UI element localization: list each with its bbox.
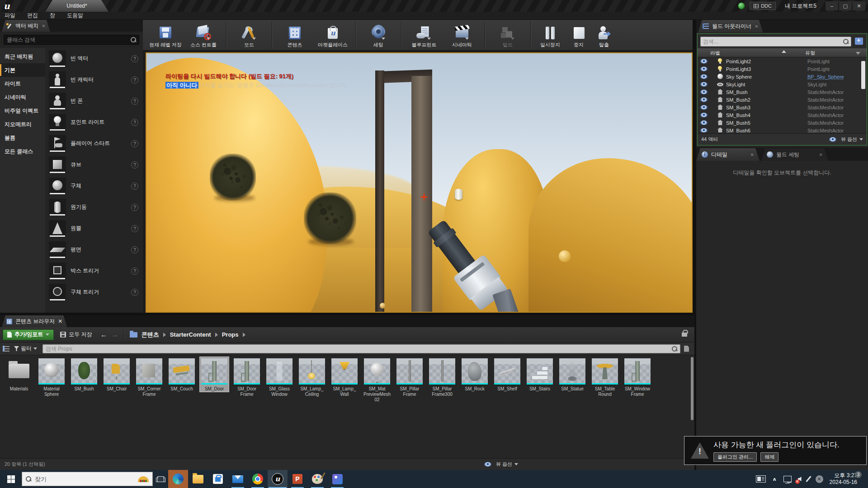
tab-details[interactable]: i 디테일 ✕ bbox=[696, 148, 760, 161]
taskbar-mail[interactable] bbox=[228, 470, 248, 488]
sources-panel-icon[interactable] bbox=[3, 346, 9, 352]
outliner-row[interactable]: SM_Bush3StaticMeshActor bbox=[698, 103, 867, 111]
actor-cube[interactable]: 큐브 ? bbox=[45, 154, 143, 175]
column-type[interactable]: 유형 bbox=[805, 48, 867, 57]
marketplace-button[interactable]: 마켓플레이스 bbox=[314, 20, 352, 50]
outliner-search-input[interactable] bbox=[703, 38, 843, 45]
eject-button[interactable]: 탈출 bbox=[591, 20, 617, 50]
visibility-eye-icon[interactable] bbox=[700, 113, 708, 117]
task-view-button[interactable] bbox=[153, 470, 168, 488]
level-viewport[interactable]: 라이팅을 다시 빌드해야 합니다 (빌드 필요: 91개) 아직 아니다시지를 … bbox=[146, 52, 693, 313]
visibility-eye-icon[interactable] bbox=[700, 128, 708, 132]
build-button[interactable]: 빌드 bbox=[489, 20, 527, 50]
close-tab-icon[interactable]: ✕ bbox=[58, 318, 62, 324]
visibility-eye-icon[interactable] bbox=[700, 120, 708, 125]
asset-tile[interactable]: SM_Pillar Frame300 bbox=[428, 357, 457, 397]
help-icon[interactable]: ? bbox=[131, 98, 138, 105]
actor-cylinder[interactable]: 원기둥 ? bbox=[45, 197, 143, 218]
asset-tile[interactable]: SM_Bush bbox=[70, 357, 99, 392]
blueprint-link[interactable]: BP_Sky_Sphere bbox=[807, 74, 844, 80]
asset-tile[interactable]: SM_Pillar Frame bbox=[395, 357, 424, 397]
asset-search-input[interactable] bbox=[46, 346, 672, 352]
visibility-eye-icon[interactable] bbox=[700, 89, 708, 94]
level-tab[interactable]: Untitled* bbox=[45, 0, 108, 12]
source-control-button[interactable]: 소스 컨트롤 bbox=[184, 20, 222, 50]
asset-tile[interactable]: SM_Statue bbox=[558, 357, 587, 392]
breadcrumb-props[interactable]: Props bbox=[222, 331, 239, 338]
taskbar-photos[interactable] bbox=[327, 470, 347, 488]
outliner-row[interactable]: SM_BushStaticMeshActor bbox=[698, 88, 867, 96]
category-basic[interactable]: 기본 bbox=[0, 63, 45, 77]
close-tab-icon[interactable]: ✕ bbox=[750, 152, 754, 157]
outliner-scrollbar[interactable] bbox=[861, 61, 865, 89]
dismiss-button[interactable]: 해제 bbox=[760, 452, 778, 462]
asset-tile[interactable]: SM_Couch bbox=[167, 357, 196, 392]
help-icon[interactable]: ? bbox=[131, 267, 138, 275]
category-visual-effects[interactable]: 비주얼 이펙트 bbox=[0, 104, 45, 117]
column-label[interactable]: 라벨 bbox=[698, 48, 805, 57]
outliner-row[interactable]: SM_Bush6StaticMeshActor bbox=[698, 127, 867, 132]
content-browser-scrollbar[interactable] bbox=[691, 357, 693, 420]
taskbar-powerpoint[interactable]: P bbox=[288, 470, 307, 488]
menu-file[interactable]: 파일 bbox=[5, 12, 15, 19]
outliner-row[interactable]: SM_Bush5StaticMeshActor bbox=[698, 119, 867, 127]
taskbar-edge[interactable] bbox=[168, 470, 188, 488]
actor-point-light[interactable]: 포인트 라이트 ? bbox=[45, 112, 143, 133]
actor-plane[interactable]: 평면 ? bbox=[45, 239, 143, 260]
pen-icon[interactable] bbox=[806, 476, 811, 482]
actor-empty-pawn[interactable]: 빈 폰 ? bbox=[45, 90, 143, 112]
add-actor-icon[interactable] bbox=[855, 38, 863, 45]
pause-button[interactable]: 일시정지 bbox=[534, 20, 566, 50]
category-volumes[interactable]: 볼륨 bbox=[0, 131, 45, 145]
taskbar-chrome[interactable] bbox=[248, 470, 268, 488]
saved-filter-icon[interactable] bbox=[684, 346, 689, 352]
category-recent[interactable]: 최근 배치됨 bbox=[0, 50, 45, 63]
asset-tile[interactable]: SM_Mat PreviewMesh 02 bbox=[363, 357, 392, 403]
taskbar-store[interactable] bbox=[208, 470, 228, 488]
close-button[interactable]: ✕ bbox=[853, 1, 865, 10]
network-icon[interactable] bbox=[783, 476, 792, 482]
volume-muted-icon[interactable]: ✕ bbox=[798, 477, 802, 481]
close-tab-icon[interactable]: ✕ bbox=[819, 152, 823, 157]
asset-tile-materials[interactable]: Materials bbox=[5, 357, 33, 392]
asset-tile[interactable]: SM_Door Frame bbox=[232, 357, 261, 397]
breadcrumb-startercontent[interactable]: StarterContent bbox=[170, 331, 211, 338]
settings-button[interactable]: 세팅 bbox=[359, 20, 397, 50]
menu-window[interactable]: 창 bbox=[50, 12, 55, 19]
asset-tile[interactable]: SM_Window Frame bbox=[623, 357, 652, 397]
filter-button[interactable]: 필터 bbox=[14, 345, 37, 352]
maximize-button[interactable]: ▢ bbox=[839, 1, 852, 10]
back-arrow-icon[interactable]: ← bbox=[100, 331, 108, 338]
class-search-input[interactable] bbox=[7, 37, 131, 43]
asset-tile[interactable]: SM_Shelf bbox=[493, 357, 522, 392]
actor-empty-actor[interactable]: 빈 액터 ? bbox=[45, 48, 143, 69]
ddc-button[interactable]: DDC bbox=[750, 2, 776, 10]
close-tab-icon[interactable]: ✕ bbox=[755, 24, 758, 29]
asset-tile[interactable]: SM_Table Round bbox=[590, 357, 619, 397]
minimize-button[interactable]: – bbox=[826, 1, 838, 10]
asset-tile[interactable]: SM_Lamp_ Ceiling bbox=[297, 357, 326, 397]
manage-plugins-button[interactable]: 플러그인 관리... bbox=[713, 452, 757, 462]
menu-help[interactable]: 도움말 bbox=[67, 12, 83, 19]
start-button[interactable] bbox=[0, 470, 22, 488]
breadcrumb-content[interactable]: 콘텐츠 bbox=[142, 331, 159, 339]
ddc-status-icon[interactable] bbox=[738, 2, 745, 9]
outliner-row[interactable]: PointLight3PointLight bbox=[698, 65, 867, 73]
visibility-eye-icon[interactable] bbox=[700, 59, 708, 64]
category-cinematic[interactable]: 시네마틱 bbox=[0, 90, 45, 104]
outliner-view-options[interactable]: 뷰 옵션 bbox=[826, 136, 863, 143]
outliner-row[interactable]: SM_Bush4StaticMeshActor bbox=[698, 111, 867, 119]
outliner-row[interactable]: Sky SphereBP_Sky_Sphere bbox=[698, 73, 867, 80]
stop-button[interactable]: 중지 bbox=[566, 20, 591, 50]
taskbar-unreal[interactable]: u bbox=[268, 470, 288, 488]
content-view-options[interactable]: 뷰 옵션 bbox=[481, 461, 518, 468]
tab-world-settings[interactable]: 월드 세팅 ✕ bbox=[761, 148, 828, 161]
widgets-icon[interactable] bbox=[756, 475, 766, 483]
help-icon[interactable]: ? bbox=[131, 225, 138, 232]
help-icon[interactable]: ? bbox=[131, 183, 138, 190]
save-level-button[interactable]: 현재 레벨 저장 bbox=[146, 20, 184, 50]
help-icon[interactable]: ? bbox=[131, 289, 138, 296]
taskbar-clock[interactable]: 오후 3:27 2024-05-16 bbox=[830, 472, 857, 486]
blueprints-button[interactable]: 블루프린트 bbox=[405, 20, 443, 50]
forward-arrow-icon[interactable]: → bbox=[111, 331, 118, 338]
